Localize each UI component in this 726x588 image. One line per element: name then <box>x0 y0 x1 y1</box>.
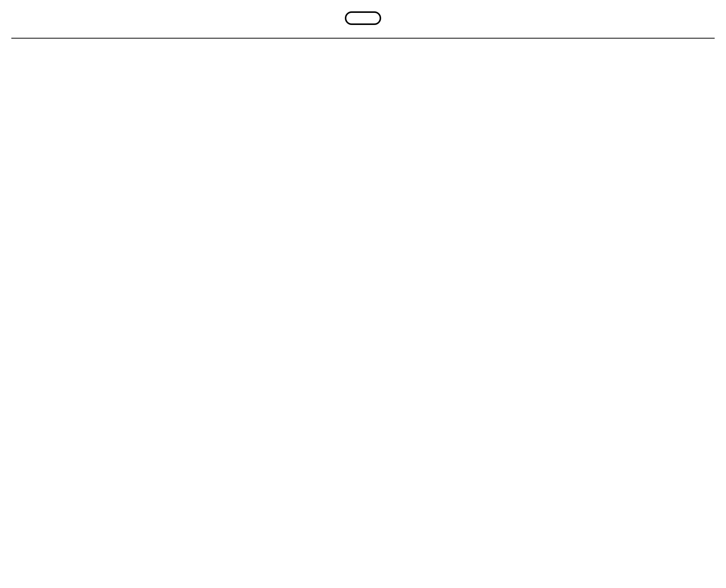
title-container <box>11 11 715 26</box>
division-tables <box>11 38 715 39</box>
page-title <box>345 11 381 25</box>
